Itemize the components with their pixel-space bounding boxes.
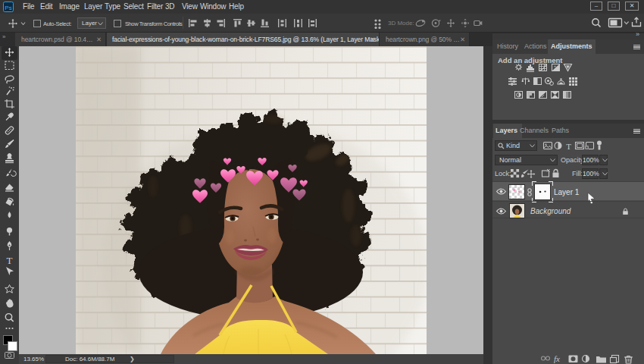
svg-text:T: T [566,142,571,151]
svg-text:T: T [7,255,13,266]
svg-text:fx: fx [554,354,560,363]
svg-text:+: + [554,64,556,68]
svg-text:Ps: Ps [5,5,11,11]
